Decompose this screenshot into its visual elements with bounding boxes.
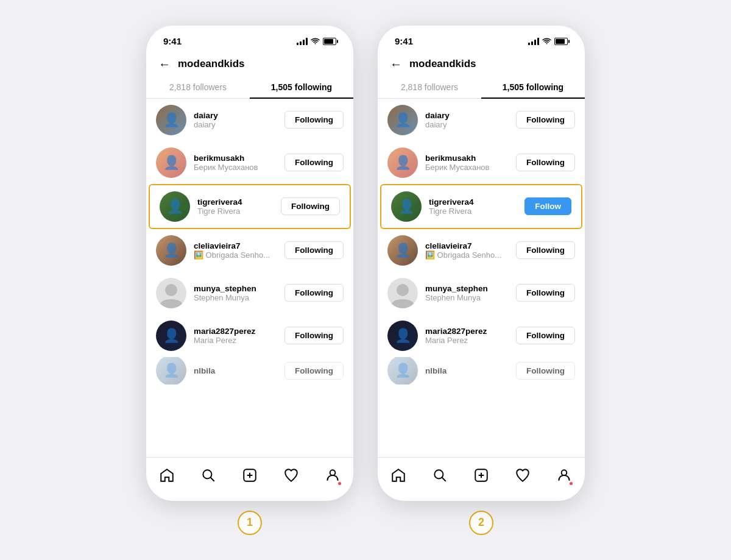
bottom-nav [378,457,585,501]
user-info: daiary daiary [194,111,277,129]
user-item-munya_stephen: munya_stephen Stephen Munya Following [146,272,353,314]
status-bar: 9:41 [146,26,353,52]
nav-search[interactable] [195,462,222,489]
username: munya_stephen [425,284,509,293]
username: tigrerivera4 [429,197,517,207]
status-icons [528,38,568,45]
follow-button[interactable]: Following [284,241,344,259]
phone-wrapper-1: 9:41 ← modeandkids [146,26,353,535]
follow-button[interactable]: Following [281,197,340,215]
user-info: cleliavieira7 🖼️ Obrigada Senho... [425,241,509,260]
user-info: munya_stephen Stephen Munya [194,284,277,302]
wifi-icon [542,38,551,45]
svg-point-13 [562,470,567,475]
svg-point-7 [397,284,409,296]
user-item-berikmusakh: 👤 berikmusakh Берик Мусаханов Following [378,141,585,184]
display-name: daiary [425,120,509,129]
display-name: Maria Perez [425,336,509,345]
tab[interactable]: 1,505 following [250,76,353,98]
follow-button[interactable]: Following [516,327,575,344]
username: munya_stephen [194,284,277,293]
nav-profile[interactable] [551,462,577,489]
follow-button[interactable]: Following [516,284,575,302]
user-item-cleliavieira7: 👤 cleliavieira7 🖼️ Obrigada Senho... Fol… [146,229,353,272]
username: maria2827perez [194,327,277,336]
display-name: Stephen Munya [194,293,277,302]
phone-1: 9:41 ← modeandkids [146,26,353,501]
username: cleliavieira7 [425,241,509,250]
tabs: 2,818 followers 1,505 following [146,76,353,99]
bottom-nav [146,457,353,501]
follow-button[interactable]: Following [516,362,575,380]
user-item-cleliavieira7: 👤 cleliavieira7 🖼️ Obrigada Senho... Fol… [378,229,585,272]
svg-line-2 [211,478,214,481]
user-item-tigrerivera4: 👤 tigrerivera4 Tigre Rivera Follow [380,184,582,229]
wifi-icon [311,38,320,45]
nav-heart[interactable] [509,462,536,489]
nav-search[interactable] [426,462,453,489]
step-badge: 2 [469,511,493,535]
status-bar: 9:41 [378,26,585,52]
follow-button[interactable]: Following [284,111,344,129]
user-info: nlbila [194,366,277,375]
user-info: nlbila [425,366,509,375]
username: berikmusakh [194,154,277,163]
user-info: munya_stephen Stephen Munya [425,284,509,302]
follow-button[interactable]: Following [516,241,575,259]
follow-button[interactable]: Following [516,111,575,129]
username: berikmusakh [425,154,509,163]
status-icons [297,38,336,45]
nav-home[interactable] [385,462,412,489]
follow-button[interactable]: Following [284,154,344,171]
header: ← modeandkids [146,52,353,76]
user-info: maria2827perez Maria Perez [194,327,277,345]
user-list: 👤 daiary daiary Following 👤 berikmusakh … [146,99,353,457]
username: daiary [194,111,277,120]
user-info: tigrerivera4 Tigre Rivera [197,197,274,216]
tab[interactable]: 2,818 followers [146,76,250,98]
follow-button[interactable]: Following [516,154,575,171]
user-info: cleliavieira7 🖼️ Obrigada Senho... [194,241,277,260]
username: nlbila [425,366,509,375]
svg-point-1 [203,470,211,478]
follow-button[interactable]: Following [284,284,344,302]
step-badge: 1 [238,511,262,535]
follow-button[interactable]: Following [284,362,344,380]
notification-dot [338,482,341,485]
user-item-maria2827perez: 👤 maria2827perez Maria Perez Following [378,314,585,357]
status-time: 9:41 [163,36,182,46]
user-item-daiary: 👤 daiary daiary Following [146,99,353,141]
user-info: berikmusakh Берик Мусаханов [194,154,277,172]
back-button[interactable]: ← [390,57,402,71]
user-item-partial-nlbila: 👤 nlbila Following [378,357,585,385]
nav-profile[interactable] [319,462,346,489]
user-info: maria2827perez Maria Perez [425,327,509,345]
follow-button[interactable]: Follow [524,197,571,215]
nav-heart[interactable] [278,462,305,489]
svg-point-0 [165,284,177,296]
display-name: 🖼️ Obrigada Senho... [425,250,509,260]
user-item-daiary: 👤 daiary daiary Following [378,99,585,141]
username: nlbila [194,366,277,375]
user-info: daiary daiary [425,111,509,129]
header-title: modeandkids [409,58,476,70]
display-name: Tigre Rivera [429,207,517,216]
nav-home[interactable] [154,462,180,489]
username: maria2827perez [425,327,509,336]
nav-add[interactable] [468,462,495,489]
display-name: Tigre Rivera [197,207,274,216]
user-info: tigrerivera4 Tigre Rivera [429,197,517,216]
username: tigrerivera4 [197,197,274,207]
follow-button[interactable]: Following [284,327,344,344]
username: cleliavieira7 [194,241,277,250]
username: daiary [425,111,509,120]
header-title: modeandkids [178,58,245,70]
back-button[interactable]: ← [158,57,171,71]
phone-2: 9:41 ← modeandkids [378,26,585,501]
display-name: daiary [194,120,277,129]
user-item-munya_stephen: munya_stephen Stephen Munya Following [378,272,585,314]
tab[interactable]: 1,505 following [481,76,585,98]
tab[interactable]: 2,818 followers [378,76,481,98]
nav-add[interactable] [236,462,263,489]
tabs: 2,818 followers 1,505 following [378,76,585,99]
